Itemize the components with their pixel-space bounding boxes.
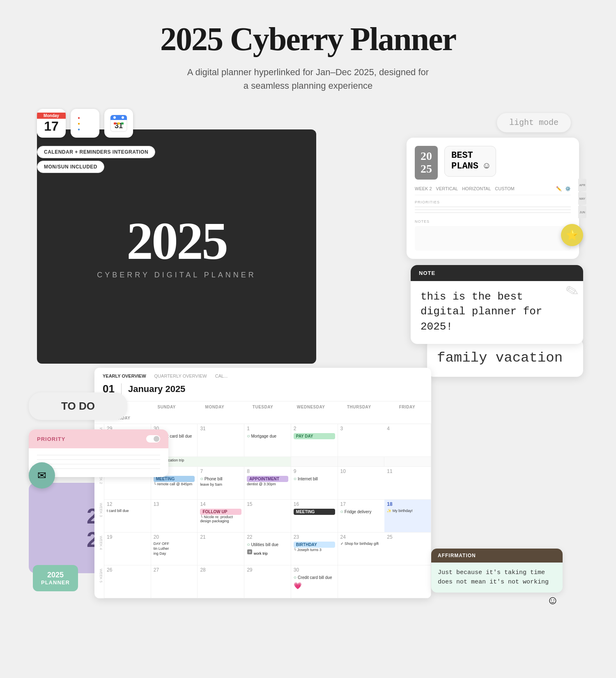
smiley-decoration: ☺ xyxy=(547,594,559,607)
svg-rect-8 xyxy=(121,122,124,125)
cell-jan24: 24✓ Shop for birthday gift xyxy=(338,533,385,565)
cell-dec31: 31 xyxy=(198,424,244,457)
cell-jan9: 9○ Internet bill xyxy=(291,467,338,500)
planner-name: CYBERRY DIGITAL PLANNER xyxy=(97,271,256,279)
cell-jan30: 30○ Credit card bill due💗 xyxy=(291,565,338,598)
tab-week2[interactable]: WEEK 2 xyxy=(415,186,432,191)
cell-jan11: 11 xyxy=(384,467,431,500)
cell-jan28: 28 xyxy=(198,565,244,598)
email-icon[interactable]: ✉ xyxy=(29,462,55,489)
cell-jan18: 18✨ My birthday! xyxy=(384,500,431,533)
svg-point-5 xyxy=(122,116,124,119)
best-plans-badge: BESTPLANS ☺ xyxy=(444,146,496,177)
affirmation-body: Just because it's taking time does not m… xyxy=(431,563,563,593)
cell-jan10: 10 xyxy=(338,467,385,500)
calendar-app-icon: Monday 17 xyxy=(37,109,66,138)
side-tab-may[interactable]: MAY xyxy=(578,192,586,205)
priority-header-bar: PRIORITY xyxy=(29,429,168,448)
google-calendar-icon: 31 xyxy=(104,109,133,138)
reminders-app-icon xyxy=(71,109,99,138)
week4-label: WEEK 4 xyxy=(94,533,104,565)
priority-lines xyxy=(415,207,571,213)
tab-yearly-overview[interactable]: YEARLY OVERVIEW xyxy=(103,374,146,378)
calendar-nav-tabs[interactable]: YEARLY OVERVIEW QUARTERLY OVERVIEW CAL..… xyxy=(103,374,423,378)
calendar-view: YEARLY OVERVIEW QUARTERLY OVERVIEW CAL..… xyxy=(94,368,431,598)
cell-jan12: 12t card bill due xyxy=(104,500,151,533)
note-card: NOTE this is the best digital planner fo… xyxy=(411,265,583,344)
reminder-dot-blue xyxy=(78,127,92,131)
cell-jan2: 2PAY DAY xyxy=(291,424,338,457)
tab-quarterly-overview[interactable]: QUARTERLY OVERVIEW xyxy=(154,374,207,378)
cell-jan22: 22○ Utilities bill due✈ work trip xyxy=(244,533,291,565)
cell-jan8: 8APPOINTMENTdentist @ 3:30pm xyxy=(244,467,291,500)
reminder-dot-red xyxy=(78,115,92,120)
year-badge-dark: 2025 xyxy=(415,146,438,180)
planner-small-badge: 2025 PLANNER xyxy=(33,565,78,591)
cell-jan27: 27 xyxy=(151,565,198,598)
cell-jan26: 26 xyxy=(104,565,151,598)
notes-label: NOTES xyxy=(415,219,571,224)
settings-icon: ⚙️ xyxy=(565,186,571,191)
cell-jan13: 13 xyxy=(151,500,198,533)
reminder-dot-orange xyxy=(78,121,92,125)
cell-jan31 xyxy=(338,565,385,598)
side-tab-apr[interactable]: APR xyxy=(578,179,586,191)
priority-toggle[interactable] xyxy=(146,435,160,443)
note-body: this is the best digital planner for 202… xyxy=(411,281,583,344)
planner-preview-card: 2025 BESTPLANS ☺ WEEK 2 VERTICAL HORIZON… xyxy=(407,138,579,259)
svg-text:✈: ✈ xyxy=(248,550,251,554)
badge-label: PLANNER xyxy=(41,579,70,586)
cell-jan20: 20DAY OFFtin Luthering Day xyxy=(151,533,198,565)
cell-jan17: 17○ Fridge delivery xyxy=(338,500,385,533)
calendar-reminders-badge: CALENDAR + REMINDERS INTEGRATION xyxy=(37,146,155,158)
cell-jan19: 19 xyxy=(104,533,151,565)
priorities-label: PRIORITIES xyxy=(415,200,571,204)
mon-sun-badge: MON/SUN INCLUDED xyxy=(37,161,104,173)
cell-jan25: 25 xyxy=(384,533,431,565)
todo-card: TO DO xyxy=(29,392,127,420)
badge-year: 2025 xyxy=(41,571,70,579)
tab-vertical[interactable]: VERTICAL xyxy=(436,186,458,191)
svg-point-4 xyxy=(113,116,116,119)
cell-jan3: 3 xyxy=(338,424,385,457)
cell-jan23: 23BIRTHDAY└ Joseph turns 3 xyxy=(291,533,338,565)
cell-family-vacation: family vacation trip xyxy=(151,457,291,467)
tab-custom[interactable]: CUSTOM xyxy=(495,186,514,191)
svg-rect-2 xyxy=(110,118,127,120)
star-button[interactable]: ⭐ xyxy=(561,224,583,246)
cell-jan29: 29 xyxy=(244,565,291,598)
cell-jan14: 14FOLLOW UP└ Nicole re: product design p… xyxy=(198,500,244,533)
planner-year: 2025 xyxy=(126,214,227,268)
side-tab-jun[interactable]: JUN xyxy=(578,206,586,218)
cell-jan4: 4 xyxy=(384,424,431,457)
cell-jan1: 1○ Mortgage due xyxy=(244,424,291,457)
cell-jan16: 16MEETING xyxy=(291,500,338,533)
affirmation-card: AFFIRMATION Just because it's taking tim… xyxy=(431,549,563,593)
note-header: NOTE xyxy=(411,265,583,281)
svg-rect-7 xyxy=(117,122,120,125)
tab-horizontal[interactable]: HORIZONTAL xyxy=(462,186,491,191)
svg-rect-6 xyxy=(114,122,116,125)
cell-feb1 xyxy=(384,565,431,598)
affirmation-header: AFFIRMATION xyxy=(431,549,563,563)
todo-label: TO DO xyxy=(41,400,115,413)
cell-jan21: 21 xyxy=(198,533,244,565)
calendar-month-name: January 2025 xyxy=(128,384,185,394)
pencil-icon: ✏️ xyxy=(556,186,562,191)
week5-label: WEEK 5 xyxy=(94,565,104,598)
cell-jan7: 7○ Phone billleave by 5am xyxy=(198,467,244,500)
family-vacation-text: family vacation xyxy=(437,349,573,367)
tab-calendar[interactable]: CAL... xyxy=(215,374,228,378)
preview-tabs[interactable]: WEEK 2 VERTICAL HORIZONTAL CUSTOM ✏️ ⚙️ xyxy=(415,186,571,195)
page-title: 2025 Cyberry Planner xyxy=(8,21,608,58)
cell-jan15: 15 xyxy=(244,500,291,533)
week3-label: WEEK 3 xyxy=(94,500,104,533)
notes-area[interactable] xyxy=(415,226,571,251)
priority-label: PRIORITY xyxy=(37,436,65,442)
app-icons-row: Monday 17 31 xyxy=(37,109,133,138)
light-mode-pill: light mode xyxy=(497,113,571,132)
calendar-day-headers: SUNDAY MONDAY TUESDAY WEDNESDAY THURSDAY… xyxy=(94,401,431,424)
page-subtitle: A digital planner hyperlinked for Jan–De… xyxy=(8,65,608,92)
family-vacation-card: family vacation xyxy=(427,339,583,377)
